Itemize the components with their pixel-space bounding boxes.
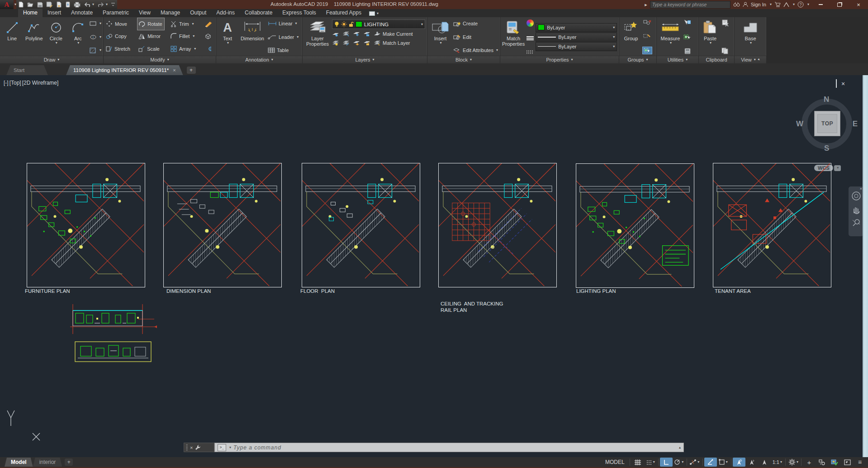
command-input[interactable]: >_ ▾ Type a command ▴ (214, 443, 684, 452)
dimension-button[interactable]: Dimension (238, 19, 266, 55)
grid-display-icon[interactable] (631, 458, 644, 467)
edit-attributes-button[interactable]: Edit Attributes▾ (453, 46, 498, 54)
model-space-badge[interactable]: MODEL (602, 459, 628, 465)
viewcube-south[interactable]: S (824, 144, 829, 153)
plot-icon[interactable] (74, 2, 81, 8)
search-toggle-icon[interactable]: ▸ (645, 2, 647, 8)
panel-label-block[interactable]: Block▾ (427, 56, 500, 63)
open-from-web-icon[interactable] (65, 1, 71, 8)
cut-icon[interactable] (721, 19, 729, 27)
autodesk-caret-icon[interactable]: ▾ (793, 3, 795, 6)
layer-unlock-all-icon[interactable] (363, 40, 370, 46)
save-icon[interactable] (37, 2, 43, 8)
layer-lock-icon[interactable] (363, 31, 370, 37)
command-history-toggle-icon[interactable]: ▴ (679, 445, 681, 449)
sign-in-button[interactable]: Sign In (751, 2, 766, 7)
layer-freeze-icon[interactable] (353, 31, 360, 37)
user-avatar-icon[interactable] (743, 2, 748, 7)
command-line[interactable]: × >_ ▾ Type a command ▴ (184, 443, 684, 452)
plan-dimension[interactable] (163, 163, 282, 287)
object-color-dropdown[interactable]: ByLayer▾ (536, 23, 617, 32)
layer-on-all-icon[interactable] (332, 40, 339, 46)
command-customize-wrench-icon[interactable] (195, 444, 201, 450)
mirror-button[interactable]: Mirror (137, 30, 165, 43)
linetype-dropdown[interactable]: ByLayer▾ (536, 42, 617, 51)
recent-commands-caret-icon[interactable]: ▾ (229, 446, 231, 449)
ellipse-tool-icon[interactable]: ▾ (90, 33, 101, 41)
panel-label-draw[interactable]: Draw▾ (0, 56, 103, 63)
leader-button[interactable]: Leader▾ (268, 33, 299, 41)
plan-tenant-area[interactable] (713, 163, 831, 287)
isolate-objects-icon[interactable] (816, 458, 828, 467)
tab-annotate[interactable]: Annotate (66, 9, 98, 17)
close-button[interactable]: × (849, 0, 868, 9)
layer-thaw-sun-icon[interactable] (341, 21, 347, 27)
sign-in-caret-icon[interactable]: ▾ (770, 3, 772, 6)
vertical-scrollbar[interactable] (863, 75, 868, 457)
tab-collaborate[interactable]: Collaborate (240, 9, 277, 17)
new-layout-button[interactable]: + (65, 458, 73, 466)
move-button[interactable]: Move (104, 18, 133, 30)
insert-button[interactable]: Insert▾ (429, 19, 451, 55)
group-edit-icon[interactable] (643, 33, 651, 39)
elevation-section-b[interactable] (74, 340, 153, 364)
tab-express-tools[interactable]: Express Tools (277, 9, 321, 17)
command-close-icon[interactable]: × (190, 445, 193, 450)
linetype-icon[interactable] (526, 50, 534, 54)
pan-hand-icon[interactable] (852, 205, 861, 214)
trim-button[interactable]: Trim▾ (169, 18, 199, 30)
file-tab-document[interactable]: 110908 Lighting INTERIOR REV 050911* × (66, 65, 183, 75)
isometric-drafting-icon[interactable]: ▾ (688, 458, 701, 467)
paste-button[interactable]: Paste▾ (701, 19, 720, 55)
layout-tab-interior[interactable]: interior (33, 458, 62, 467)
autocad-logo-icon[interactable]: A (0, 0, 14, 9)
match-layer-button[interactable]: Match Layer (374, 39, 410, 47)
crosshair-icon[interactable]: + (803, 458, 816, 467)
restore-button[interactable] (830, 0, 849, 9)
tab-home[interactable]: Home (18, 9, 43, 17)
save-to-web-icon[interactable] (56, 1, 62, 8)
object-snap-icon[interactable]: ▾ (717, 458, 730, 467)
command-dock-handle[interactable]: × (184, 443, 214, 452)
search-binoculars-icon[interactable] (733, 2, 740, 7)
layer-color-swatch[interactable] (356, 21, 362, 27)
customization-gear-icon[interactable]: ▾ (787, 458, 800, 467)
undo-icon[interactable]: ▾ (84, 2, 94, 7)
clean-screen-icon[interactable] (841, 458, 854, 467)
ungroup-icon[interactable] (643, 19, 651, 25)
layer-off-icon[interactable] (332, 31, 339, 37)
plan-floor[interactable] (302, 163, 420, 287)
circle-button[interactable]: Circle▾ (46, 19, 66, 55)
redo-icon[interactable]: ▾ (97, 2, 108, 7)
layer-isolate-icon[interactable] (342, 31, 350, 37)
viewcube-top-face[interactable]: TOP (814, 111, 840, 136)
quick-calculator-icon[interactable] (684, 48, 691, 54)
plan-lighting[interactable] (576, 163, 694, 288)
layer-thaw-all-icon[interactable] (342, 40, 350, 46)
viewcube[interactable]: N W E S TOP (800, 97, 854, 151)
panel-label-properties[interactable]: Properties▾ (500, 56, 619, 63)
panel-label-utilities[interactable]: Utilities▾ (657, 56, 698, 63)
doc-restore-button[interactable] (836, 80, 837, 88)
table-button[interactable]: Table (268, 46, 299, 54)
text-button[interactable]: A Text▾ (218, 19, 237, 55)
help-icon[interactable]: ? (797, 1, 804, 8)
navigation-bar[interactable]: × (849, 186, 863, 236)
status-menu-icon[interactable]: ≡ (854, 458, 866, 467)
hardware-acceleration-icon[interactable] (828, 458, 841, 467)
layer-properties-button[interactable]: Layer Properties (304, 19, 331, 55)
new-tab-button[interactable]: + (187, 67, 196, 74)
create-block-button[interactable]: Create (453, 19, 498, 28)
new-file-icon[interactable] (18, 1, 24, 8)
base-button[interactable]: Base▾ (740, 19, 761, 55)
polyline-button[interactable]: Polyline (24, 19, 45, 55)
ortho-mode-icon[interactable] (660, 458, 673, 467)
copy-clip-icon[interactable] (721, 48, 729, 54)
array-button[interactable]: Array▾ (169, 43, 199, 55)
stretch-button[interactable]: Stretch (104, 43, 133, 55)
layer-thaw-sun-all-icon[interactable] (353, 40, 360, 46)
drawing-area[interactable]: [-] [Top] [2D Wireframe] × N W E S TOP W… (0, 75, 868, 457)
match-properties-button[interactable]: Match Properties (502, 19, 525, 55)
doc-close-button[interactable]: × (841, 81, 845, 87)
lineweight-dropdown[interactable]: ByLayer▾ (536, 33, 617, 42)
